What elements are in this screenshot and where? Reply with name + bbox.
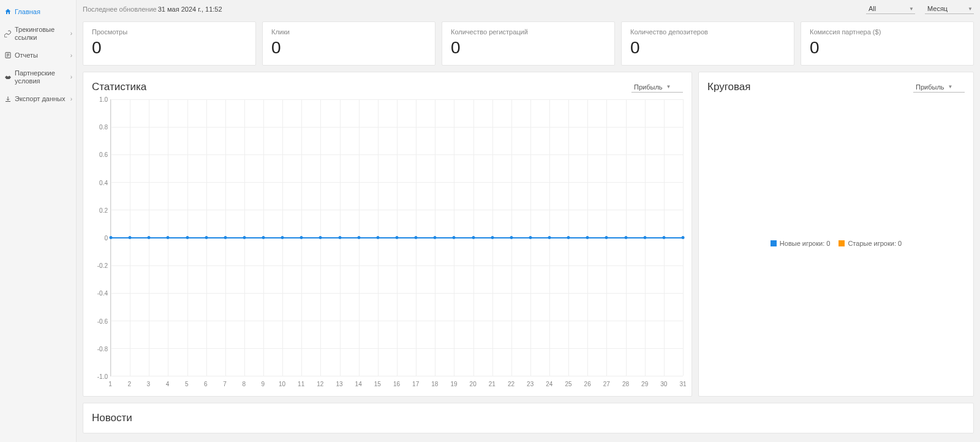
data-point (243, 236, 246, 239)
data-point (567, 236, 570, 239)
data-point (148, 236, 151, 239)
x-tick-label: 15 (374, 381, 381, 387)
x-tick-label: 7 (223, 381, 227, 387)
data-point (529, 236, 532, 239)
filter-period-select[interactable]: Месяц ▼ (925, 4, 974, 14)
filter-all-select[interactable]: All ▼ (866, 4, 915, 14)
news-panel: Новости (83, 403, 974, 433)
kpi-views: Просмотры 0 (83, 21, 256, 66)
data-point (110, 236, 113, 239)
kpi-value: 0 (630, 38, 785, 58)
x-tick-label: 12 (317, 381, 323, 387)
data-point (357, 236, 360, 239)
y-tick-label: -0.8 (92, 345, 108, 352)
pie-body: Новые игроки: 0 Старые игроки: 0 (707, 99, 965, 387)
data-point (491, 236, 494, 239)
legend-label: Новые игроки: 0 (780, 240, 831, 247)
x-tick-label: 8 (242, 381, 246, 387)
sidebar-label: Экспорт данных (15, 95, 69, 103)
link-icon (4, 29, 12, 38)
x-tick-label: 24 (546, 381, 552, 387)
filter-period-value: Месяц (927, 5, 964, 12)
handshake-icon (4, 73, 12, 82)
y-tick-label: -0.6 (92, 318, 108, 324)
legend-swatch-orange (839, 240, 845, 246)
kpi-title: Количество регистраций (451, 28, 606, 36)
kpi-value: 0 (810, 38, 965, 58)
topbar: Последнее обновление 31 мая 2024 г., 11:… (77, 0, 980, 18)
home-icon (4, 7, 12, 16)
stats-metric-select[interactable]: Прибыль ▼ (631, 82, 683, 93)
x-tick-label: 27 (603, 381, 610, 387)
kpi-value: 0 (92, 38, 247, 58)
data-point (205, 236, 208, 239)
data-point (682, 236, 685, 239)
x-tick-label: 18 (431, 381, 438, 387)
sidebar-item-partner-terms[interactable]: Партнерские условия › (0, 64, 76, 90)
kpi-commission: Комиссия партнера ($) 0 (801, 21, 974, 66)
x-tick-label: 10 (279, 381, 285, 387)
data-point (415, 236, 418, 239)
data-point (662, 236, 665, 239)
data-point (167, 236, 170, 239)
sidebar-label: Трекинговые ссылки (15, 26, 69, 41)
legend-swatch-blue (771, 240, 777, 246)
sidebar-item-reports[interactable]: Отчеты › (0, 46, 76, 64)
data-point (186, 236, 189, 239)
sidebar-label: Отчеты (15, 51, 69, 59)
stats-panel: Статистика Прибыль ▼ 1.00.80.60.40.20-0.… (83, 72, 692, 397)
kpi-depositors: Количество депозитеров 0 (621, 21, 794, 66)
kpi-title: Комиссия партнера ($) (810, 28, 965, 36)
stats-metric-value: Прибыль (634, 83, 663, 91)
kpi-value: 0 (271, 38, 426, 58)
x-tick-label: 21 (489, 381, 496, 387)
x-tick-label: 19 (450, 381, 457, 387)
x-tick-label: 13 (336, 381, 342, 387)
chevron-right-icon: › (70, 74, 72, 80)
kpi-registrations: Количество регистраций 0 (442, 21, 615, 66)
pie-title: Круговая (707, 81, 913, 93)
y-tick-label: 0.4 (92, 179, 108, 186)
x-tick-label: 25 (565, 381, 571, 387)
x-tick-label: 5 (185, 381, 189, 387)
data-point (605, 236, 608, 239)
y-tick-label: -0.4 (92, 290, 108, 297)
x-tick-label: 17 (412, 381, 419, 387)
x-tick-label: 9 (262, 381, 265, 387)
x-tick-label: 26 (584, 381, 591, 387)
y-tick-label: -1.0 (92, 373, 108, 380)
kpi-row: Просмотры 0 Клики 0 Количество регистрац… (83, 21, 974, 66)
last-updated-value: 31 мая 2024 г., 11:52 (158, 6, 222, 13)
data-point (338, 236, 341, 239)
x-tick-label: 3 (147, 381, 151, 387)
download-icon (4, 95, 12, 104)
chevron-down-icon: ▼ (666, 84, 671, 90)
sidebar-label: Главная (15, 8, 72, 16)
sidebar-item-home[interactable]: Главная (0, 2, 76, 21)
data-point (643, 236, 646, 239)
news-title: Новости (92, 412, 965, 424)
sidebar-label: Партнерские условия (15, 69, 69, 85)
data-point (300, 236, 303, 239)
chevron-right-icon: › (70, 96, 72, 102)
pie-metric-select[interactable]: Прибыль ▼ (913, 82, 965, 93)
stats-title: Статистика (92, 81, 631, 93)
sidebar-item-export-data[interactable]: Экспорт данных › (0, 90, 76, 109)
x-tick-label: 22 (508, 381, 514, 387)
x-tick-label: 30 (660, 381, 667, 387)
kpi-title: Просмотры (92, 28, 247, 36)
data-point (510, 236, 513, 239)
last-updated-label: Последнее обновление (83, 6, 157, 13)
y-tick-label: -0.2 (92, 262, 108, 269)
data-point (281, 236, 284, 239)
x-tick-label: 14 (355, 381, 362, 387)
data-point (224, 236, 227, 239)
chevron-down-icon: ▼ (968, 6, 973, 12)
x-tick-label: 6 (204, 381, 208, 387)
x-tick-label: 4 (166, 381, 170, 387)
y-tick-label: 0.8 (92, 124, 108, 131)
sidebar-item-tracking-links[interactable]: Трекинговые ссылки › (0, 21, 76, 46)
x-tick-label: 11 (298, 381, 304, 387)
legend-item-new: Новые игроки: 0 (771, 240, 831, 247)
legend-label: Старые игроки: 0 (848, 240, 902, 247)
